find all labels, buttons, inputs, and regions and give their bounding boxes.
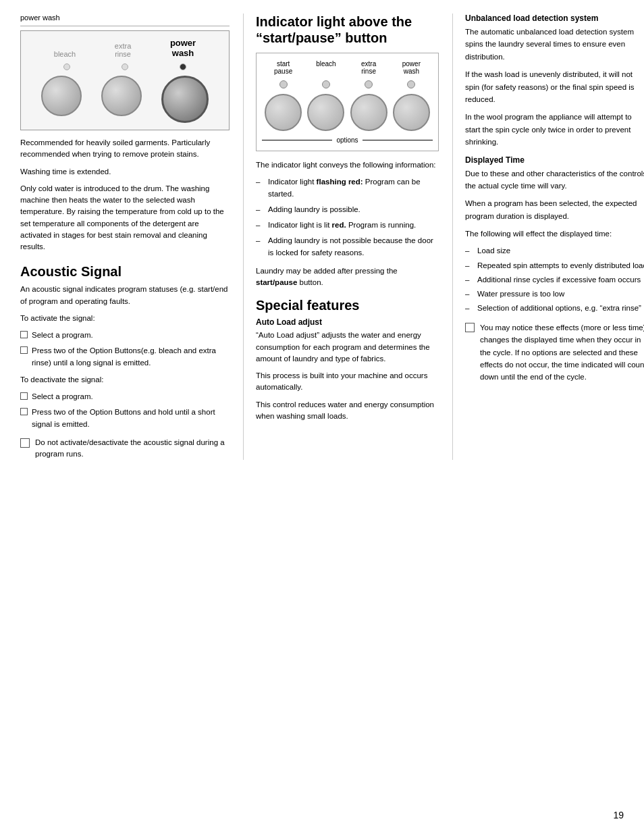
washer-btn-2 xyxy=(101,76,142,116)
ind-dot-4 xyxy=(407,80,415,88)
acoustic-desc: An acoustic signal indicates program sta… xyxy=(20,284,230,307)
activate-label: To activate the signal: xyxy=(20,313,230,324)
extra-rinse-label: extra rinse xyxy=(115,42,131,58)
note-checkbox-icon xyxy=(20,438,30,448)
time-dash-1: – xyxy=(465,245,473,257)
displayed-time-para-1: Due to these and other characteristics o… xyxy=(465,167,644,192)
activate-item-2: Press two of the Option Buttons(e.g. ble… xyxy=(20,345,230,369)
indicator-item-3: – Indicator light is lit red. Program is… xyxy=(256,219,439,231)
ind-btn-2 xyxy=(307,94,344,131)
displayed-time-para-3: The following will effect the displayed … xyxy=(465,228,644,240)
time-item-2: – Repeated spin attempts to evenly distr… xyxy=(465,260,644,271)
acoustic-note: Do not activate/desactivate the acoustic… xyxy=(20,437,230,461)
bleach-label: bleach xyxy=(54,50,76,58)
indicator-footer: Laundry may be added after pressing the … xyxy=(256,265,439,289)
auto-load-para-2: This process is built into your machine … xyxy=(256,370,439,394)
displayed-time-para-2: When a program has been selected, the ex… xyxy=(465,197,644,222)
washer-btn-3 xyxy=(161,76,209,123)
power-wash-label: power wash xyxy=(20,14,230,22)
col3-note: You may notice these effects (more or le… xyxy=(465,321,644,384)
bullet-icon-3 xyxy=(20,392,28,400)
unbalanced-para-2: If the wash load is unevenly distributed… xyxy=(465,68,644,105)
deactivate-item-2: Press two of the Option Buttons and hold… xyxy=(20,407,230,430)
indicator-intro: The indicator light conveys the followin… xyxy=(256,159,439,171)
ind-dot-2 xyxy=(322,80,330,88)
indicator-item-4: – Adding laundry is not possible because… xyxy=(256,235,439,259)
ind-label-extra-rinse: extra rinse xyxy=(350,60,387,75)
special-features-title: Special features xyxy=(256,298,439,313)
column-2: Indicator light above the “start/pause” … xyxy=(243,14,439,460)
power-wash-diagram-label: power wash xyxy=(170,38,196,58)
bullet-icon-1 xyxy=(20,331,28,338)
column-1: power wash bleach extra rinse power wash… xyxy=(20,14,230,460)
time-dash-5: – xyxy=(465,303,473,314)
time-item-3: – Additional rinse cycles if excessive f… xyxy=(465,274,644,286)
acoustic-note-text: Do not activate/desactivate the acoustic… xyxy=(35,437,230,461)
indicator-dot-2 xyxy=(122,63,128,70)
deactivate-label: To deactivate the signal: xyxy=(20,374,230,386)
time-item-1: – Load size xyxy=(465,245,644,257)
displayed-time-list: – Load size – Repeated spin attempts to … xyxy=(465,245,644,314)
activate-item-1: Select a program. xyxy=(20,330,230,341)
ind-btn-3 xyxy=(350,94,387,131)
time-item-5: – Selection of additional options, e.g. … xyxy=(465,303,644,314)
auto-load-para-1: “Auto Load adjust” adjusts the water and… xyxy=(256,330,439,365)
options-label: options xyxy=(336,136,358,144)
ind-label-bleach: bleach xyxy=(307,60,344,75)
dash-icon-4: – xyxy=(256,235,264,259)
column-3: Unbalanced load detection system The aut… xyxy=(452,14,644,460)
bullet-icon-4 xyxy=(20,408,28,415)
desc-para-2: Washing time is extended. xyxy=(20,166,230,178)
dash-icon-3: – xyxy=(256,219,264,231)
indicator-dot-3 xyxy=(180,63,186,70)
ind-btn-4 xyxy=(393,94,430,131)
unbalanced-heading: Unbalanced load detection system xyxy=(465,14,644,23)
washer-btn-1 xyxy=(41,76,82,116)
indicator-title: Indicator light above the “start/pause” … xyxy=(256,14,439,46)
page-number: 19 xyxy=(613,810,624,820)
col3-note-checkbox-icon xyxy=(465,323,475,332)
ind-dot-3 xyxy=(365,80,373,88)
ind-label-start-pause: start pause xyxy=(265,60,302,75)
indicator-diagram: start pause bleach extra rinse power was… xyxy=(256,53,439,151)
bullet-icon-2 xyxy=(20,346,28,354)
time-dash-2: – xyxy=(465,260,473,271)
dash-icon-2: – xyxy=(256,204,264,215)
auto-load-para-3: This control reduces water and energy co… xyxy=(256,399,439,423)
desc-para-3: Only cold water is introduced to the dru… xyxy=(20,183,230,253)
ind-btn-1 xyxy=(265,94,302,131)
acoustic-signal-title: Acoustic Signal xyxy=(20,263,230,280)
time-item-4: – Water pressure is too low xyxy=(465,288,644,300)
indicator-dot-1 xyxy=(63,63,70,70)
dash-icon-1: – xyxy=(256,176,264,200)
ind-dot-1 xyxy=(279,80,288,88)
deactivate-item-1: Select a program. xyxy=(20,391,230,402)
time-dash-3: – xyxy=(465,274,473,286)
unbalanced-para-1: The automatic unbalanced load detection … xyxy=(465,26,644,63)
indicator-item-1: – Indicator light flashing red: Program … xyxy=(256,176,439,200)
unbalanced-para-3: In the wool program the appliance will a… xyxy=(465,111,644,148)
time-dash-4: – xyxy=(465,288,473,300)
displayed-time-heading: Displayed Time xyxy=(465,155,644,165)
indicator-item-2: – Adding laundry is possible. xyxy=(256,204,439,215)
washer-diagram: bleach extra rinse power wash xyxy=(20,30,230,130)
ind-label-power-wash: power wash xyxy=(393,60,430,75)
col3-note-text: You may notice these effects (more or le… xyxy=(480,321,644,384)
desc-para-1: Recommended for heavily soiled garments.… xyxy=(20,137,230,161)
auto-load-heading: Auto Load adjust xyxy=(256,317,439,327)
